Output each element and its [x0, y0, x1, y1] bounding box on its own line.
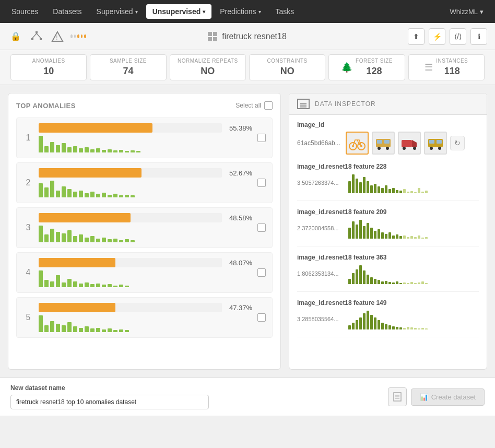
nav-brand[interactable]: WhizzML ▾	[444, 5, 490, 19]
bottom-bar: New dataset name 📊 Create dataset	[0, 378, 495, 416]
anomaly-bar-container	[39, 123, 222, 133]
svg-rect-1	[31, 38, 33, 40]
mini-histogram	[348, 263, 479, 284]
lock-icon[interactable]: 🔒	[8, 29, 23, 44]
green-bars	[39, 226, 252, 242]
thumb-bicycle[interactable]	[346, 132, 369, 155]
anomaly-pct: 52.67%	[226, 169, 252, 177]
dataset-name-input[interactable]	[10, 395, 209, 409]
green-bars	[39, 181, 252, 197]
unsupervised-arrow: ▾	[203, 9, 205, 15]
svg-point-28	[438, 147, 441, 150]
green-bars	[39, 136, 252, 152]
anomaly-row-3: 3 48.58%	[16, 207, 273, 248]
refresh-images-btn[interactable]: ↻	[450, 136, 465, 150]
dataset-name-section: New dataset name	[10, 384, 388, 409]
svg-line-3	[32, 33, 37, 38]
green-bars	[39, 270, 252, 287]
svg-rect-25	[429, 140, 434, 144]
predictions-arrow: ▾	[258, 9, 261, 15]
anomaly-list: 1 55.38% 2 52.67%	[16, 117, 273, 338]
anomaly-orange-bar	[39, 303, 115, 312]
anomaly-bar-container	[39, 258, 222, 267]
select-all[interactable]: Select all	[235, 101, 273, 110]
panel-header: TOP ANOMALIES Select all	[16, 101, 273, 110]
upload-btn[interactable]: ⬆	[408, 28, 425, 45]
node-icon[interactable]	[29, 29, 44, 44]
anomaly-checkbox[interactable]	[257, 313, 266, 322]
anomaly-content: 48.07%	[39, 258, 252, 287]
svg-rect-26	[437, 140, 442, 144]
anomaly-orange-bar	[39, 258, 115, 267]
anomaly-top: 47.37%	[39, 303, 252, 312]
anomaly-row-1: 1 55.38%	[16, 117, 273, 158]
info-btn[interactable]: ℹ	[470, 28, 487, 45]
image-thumbnails: 61ac5bd66ab...	[297, 132, 479, 155]
main-content: TOP ANOMALIES Select all 1 55.38% 2	[0, 85, 495, 378]
create-dataset-button[interactable]: 📊 Create dataset	[411, 388, 485, 406]
create-icon: 📊	[420, 393, 428, 401]
anomaly-content: 52.67%	[39, 168, 252, 197]
forest-icon: 🌲	[341, 62, 352, 73]
svg-point-23	[413, 147, 416, 150]
thumb-bus2[interactable]	[424, 132, 447, 155]
inspector-icon	[297, 99, 310, 109]
anomaly-num: 4	[23, 268, 33, 277]
feature-label: image_id.resnet18 feature 209	[297, 208, 479, 216]
anomaly-checkbox[interactable]	[257, 179, 266, 187]
code-btn[interactable]: ⟨/⟩	[450, 28, 466, 45]
anomaly-row-4: 4 48.07%	[16, 252, 273, 293]
svg-rect-2	[40, 38, 42, 40]
anomaly-checkbox[interactable]	[257, 134, 266, 142]
anomaly-num: 3	[23, 223, 33, 232]
anomaly-top: 55.38%	[39, 123, 252, 133]
anomaly-num: 2	[23, 178, 33, 187]
select-all-checkbox[interactable]	[264, 101, 273, 110]
supervised-arrow: ▾	[135, 9, 138, 15]
anomaly-pct: 48.07%	[226, 259, 252, 267]
green-bars	[39, 315, 252, 332]
nav-predictions[interactable]: Predictions ▾	[214, 4, 267, 19]
feature-data: 2.3720004558...	[297, 218, 479, 239]
thumb-bus[interactable]	[372, 132, 395, 155]
right-panel: DATA INSPECTOR image_id 61ac5bd66ab...	[289, 93, 487, 370]
refresh-btn[interactable]: ⚡	[429, 28, 445, 45]
svg-rect-16	[377, 140, 382, 144]
svg-rect-10	[213, 37, 217, 41]
csv-icon-btn[interactable]	[388, 387, 407, 406]
svg-marker-21	[412, 140, 417, 147]
svg-point-27	[430, 147, 433, 150]
stat-sample-size: SAMPLE SIZE 74	[90, 54, 166, 80]
anomaly-pct: 47.37%	[226, 304, 252, 312]
anomaly-orange-bar	[39, 168, 142, 178]
nav-datasets[interactable]: Datasets	[46, 4, 88, 19]
feature-row-1: image_id.resnet18 feature 209 2.37200045…	[297, 208, 479, 246]
feature-label: image_id.resnet18 feature 363	[297, 254, 479, 261]
toolbar-actions: ⬆ ⚡ ⟨/⟩ ℹ	[408, 28, 487, 45]
feature-list: image_id.resnet18 feature 228 3.50572633…	[297, 163, 479, 337]
svg-line-4	[37, 33, 41, 38]
mini-histogram	[348, 309, 479, 329]
stat-constraints: CONSTRAINTS NO	[249, 54, 325, 80]
feature-data: 1.8062353134...	[297, 263, 479, 284]
feature-value: 3.5057263374...	[297, 180, 344, 186]
nav-sources[interactable]: Sources	[5, 4, 44, 19]
anomaly-orange-bar	[39, 123, 152, 133]
anomaly-content: 48.58%	[39, 213, 252, 242]
navbar: Sources Datasets Supervised ▾ Unsupervis…	[0, 0, 495, 23]
nav-unsupervised[interactable]: Unsupervised ▾	[146, 4, 212, 19]
thumb-truck[interactable]	[398, 132, 421, 155]
anomaly-checkbox[interactable]	[257, 223, 266, 232]
stats-bar: ANOMALIES 10 SAMPLE SIZE 74 NORMALIZE RE…	[0, 50, 495, 85]
anomaly-content: 47.37%	[39, 303, 252, 332]
anomaly-num: 5	[23, 313, 33, 322]
svg-rect-17	[384, 140, 390, 144]
feature-value: 3.2858035564...	[297, 316, 344, 322]
anomaly-bar-container	[39, 303, 222, 312]
svg-rect-20	[402, 140, 412, 147]
nav-supervised[interactable]: Supervised ▾	[90, 4, 144, 19]
anomaly-icon[interactable]: !	[50, 29, 65, 44]
anomaly-checkbox[interactable]	[257, 268, 266, 277]
svg-rect-9	[208, 37, 212, 41]
nav-tasks[interactable]: Tasks	[269, 4, 301, 19]
